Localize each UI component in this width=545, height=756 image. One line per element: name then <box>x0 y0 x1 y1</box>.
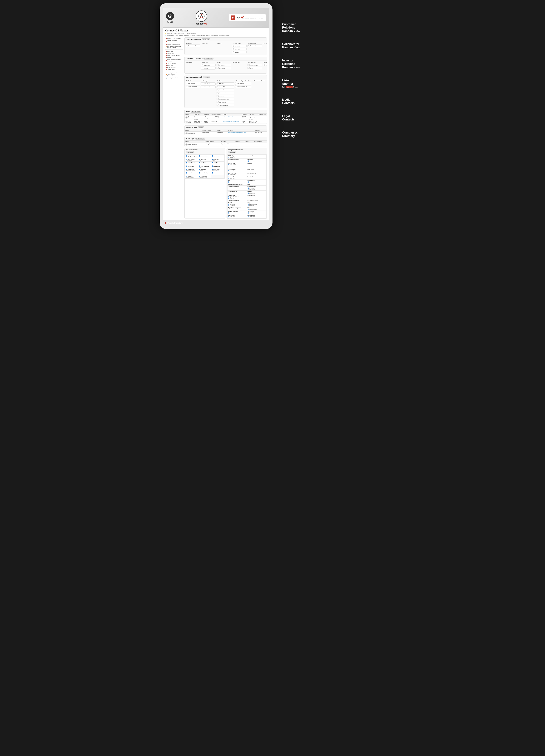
table-row[interactable]: SN Simon Nakio (Intern) Software Develop… <box>185 120 267 124</box>
kanban-card[interactable]: SpaceX <box>232 51 247 53</box>
list-item[interactable]: Stripe 👤 Maria Rodriguez 👤 Sarah Lee <box>247 202 266 207</box>
kanban-card[interactable]: Mark Wilson <box>232 48 247 50</box>
list-item[interactable]: 👤 Emily Chen Yandai <box>211 158 224 161</box>
card-checkbox[interactable] <box>218 101 219 103</box>
kanban-card[interactable]: Olivia Wang <box>235 82 251 85</box>
kanban-card[interactable]: Gemma <box>201 67 216 70</box>
breadcrumb-item-2[interactable]: StartOS <box>180 33 184 34</box>
card-checkbox[interactable] <box>187 45 188 46</box>
list-item[interactable]: 500 Startups 👤 Michael Lee <box>228 155 247 158</box>
card-checkbox[interactable] <box>248 64 250 66</box>
list-item[interactable]: 👤 Bob Johnson Gemma <box>211 155 224 158</box>
card-checkbox[interactable] <box>202 83 203 84</box>
kanban-card[interactable]: Samantha Taylor <box>186 45 200 47</box>
kanban-card[interactable]: Emily Chen <box>217 64 231 66</box>
kanban-card[interactable]: PCH International <box>217 104 234 106</box>
card-checkbox[interactable] <box>233 48 234 50</box>
card-checkbox[interactable] <box>187 83 188 84</box>
list-item[interactable]: FastLegal <box>247 162 266 166</box>
list-item[interactable]: Y Combinator 👤 Kevin Davis <box>247 210 266 214</box>
sidebar-item-companies-db[interactable]: Master Companies Database <box>165 40 183 43</box>
list-item[interactable]: First Round Capital <box>228 166 247 168</box>
kanban-card[interactable]: Wiston Cooperative <box>217 98 234 100</box>
kanban-card[interactable]: No Status <box>263 64 267 66</box>
list-item[interactable]: 👤 Tom Williams PCH International <box>198 175 211 178</box>
list-item[interactable]: 👤 James Maddison FastLegal <box>185 162 198 165</box>
list-item[interactable]: Benchmark 👤 Nick Wilson <box>247 159 266 162</box>
list-item[interactable]: General Catalyst 👤 Sarah Brown <box>228 168 247 172</box>
list-item[interactable]: Intel 👤 David Kim <box>228 179 247 183</box>
list-item[interactable]: Index Ventures <box>247 176 266 179</box>
card-checkbox[interactable] <box>218 104 219 106</box>
vc-kanban-board[interactable]: 1st Contact Alex Johnson Greylock Partne… <box>185 79 267 108</box>
card-checkbox[interactable] <box>218 98 219 100</box>
list-item[interactable]: SpaceX 👤 Jane Smith 👤 Rachel Lee <box>228 202 247 207</box>
list-item[interactable]: 👤 Rachel Lee SpaceX <box>185 172 198 175</box>
sidebar-item-orderbook[interactable]: Incoming Orderbook <box>165 77 183 79</box>
kanban-card[interactable]: Kevin Davis <box>201 82 216 85</box>
kanban-card[interactable]: Y Combinator <box>201 85 216 88</box>
list-item[interactable]: Semmina 👤 Bob Johnson <box>247 191 266 194</box>
list-item[interactable]: Redpoint Ventures <box>228 191 247 194</box>
list-item[interactable]: 👤 Ajinkya Bhatt, PhD Seamless XR <box>185 155 198 158</box>
list-item[interactable]: GGV Capital <box>247 168 266 172</box>
card-checkbox[interactable] <box>202 68 203 69</box>
list-item[interactable]: Y Combinator 👤 Kevin Davis <box>228 214 247 218</box>
sidebar-item-orders[interactable]: Incoming Orders from Customers and Colla… <box>165 72 183 77</box>
list-item[interactable]: 👤 Jane Smith <box>198 162 211 165</box>
list-item[interactable]: Channel News 👤 Chris Jackson <box>228 162 247 166</box>
list-item[interactable]: 👤 Kevin Davis <box>185 165 198 168</box>
sidebar-item-mentors[interactable]: Mentors <box>165 56 183 59</box>
sidebar-item-vc[interactable]: Venture Capital / Angels <box>165 54 183 56</box>
kanban-card[interactable]: Kosmo Petrov <box>217 85 234 88</box>
sidebar-item-collaborators[interactable]: Collaborators <box>165 52 183 54</box>
list-item[interactable]: Uber 👤 Samantha Taylor <box>247 207 266 210</box>
list-item[interactable]: Frontesso <box>247 166 266 168</box>
table-row[interactable]: JM James Maddison FastLegal Legal Associ… <box>185 143 267 146</box>
card-checkbox[interactable] <box>248 67 250 69</box>
list-item[interactable]: 👤 Mark Wilson <box>211 165 224 168</box>
list-item[interactable]: Khosla Ventures <box>247 172 266 176</box>
list-item[interactable]: 👤 Samantha Taylor Uber <box>198 172 211 175</box>
list-item[interactable]: 👤 Chris Jackson Channel News <box>185 158 198 161</box>
kanban-card[interactable]: Jane Smith <box>232 45 247 47</box>
kanban-card[interactable]: Alex Johnson <box>186 82 200 85</box>
sidebar-item-customers[interactable]: Customers <box>165 50 183 52</box>
card-checkbox[interactable] <box>236 86 238 87</box>
kanban-card[interactable]: Bob Johnson <box>201 64 216 66</box>
kanban-card[interactable]: Seamless XR <box>217 67 231 69</box>
card-checkbox[interactable] <box>218 64 219 66</box>
list-item[interactable]: Andreessen Horowitz <box>228 159 247 162</box>
list-item[interactable]: 👤 Sarah Lee Wiston Corporation <box>185 175 198 178</box>
list-item[interactable]: NEA <box>247 183 266 185</box>
kanban-card[interactable]: Stripe <box>248 67 262 69</box>
kanban-card[interactable]: Greylock Partners <box>186 85 200 88</box>
sidebar-item-founder[interactable]: Founder Circles <box>165 62 183 64</box>
kanban-card[interactable]: Tom Williams <box>217 101 234 103</box>
sidebar-item-talent-scouts[interactable]: Talent Scouts/ Ecosystem Contacts <box>165 59 183 62</box>
breadcrumb-item-1[interactable]: ⭐ StartOS v.2.21 (Acce...) <box>165 33 179 34</box>
sidebar-item-legal[interactable]: Legal Contacts <box>165 68 183 70</box>
card-checkbox[interactable] <box>202 65 203 66</box>
list-item[interactable]: Greylock Partners 👤 Alex Johnson <box>228 172 247 176</box>
kanban-card[interactable]: Benchmark <box>248 45 262 47</box>
list-item[interactable]: SoftBank Vision Fund <box>247 199 266 202</box>
list-item[interactable]: 👤 David Kim Intel <box>198 158 211 161</box>
card-checkbox[interactable] <box>202 86 203 87</box>
list-item[interactable]: Horizons Ventures 👤 Olivia Wang <box>228 176 247 179</box>
card-checkbox[interactable] <box>264 64 265 66</box>
list-item[interactable]: PCH International 👤 Tom Williams 👤 Bob J… <box>247 186 266 190</box>
kanban-card[interactable]: Andreessen Horowitz <box>217 92 234 94</box>
list-item[interactable]: 👤 Nick Patel Frontesso <box>198 168 211 172</box>
list-item[interactable]: Lightspeed Venture Partners <box>228 183 247 185</box>
list-item[interactable]: 👤 Sarah Brown General Catalyst <box>211 172 224 175</box>
sidebar-item-linked-crms[interactable]: Your linked CRMs, sorted from the backen… <box>165 45 183 49</box>
kanban-card[interactable]: Maria Rodriguez <box>248 64 262 66</box>
card-checkbox[interactable] <box>218 89 219 90</box>
sidebar-item-external-crm[interactable]: External CRM Databases <box>165 37 183 40</box>
list-item[interactable]: Round Capital 👤 Sarah Brown <box>247 214 266 218</box>
sidebar-item-media[interactable]: Media Contacts <box>165 66 183 68</box>
list-item[interactable]: 👤 Michael Lee Andreessen Horowitz <box>185 168 198 172</box>
card-checkbox[interactable] <box>218 86 219 87</box>
card-checkbox[interactable] <box>218 83 219 84</box>
